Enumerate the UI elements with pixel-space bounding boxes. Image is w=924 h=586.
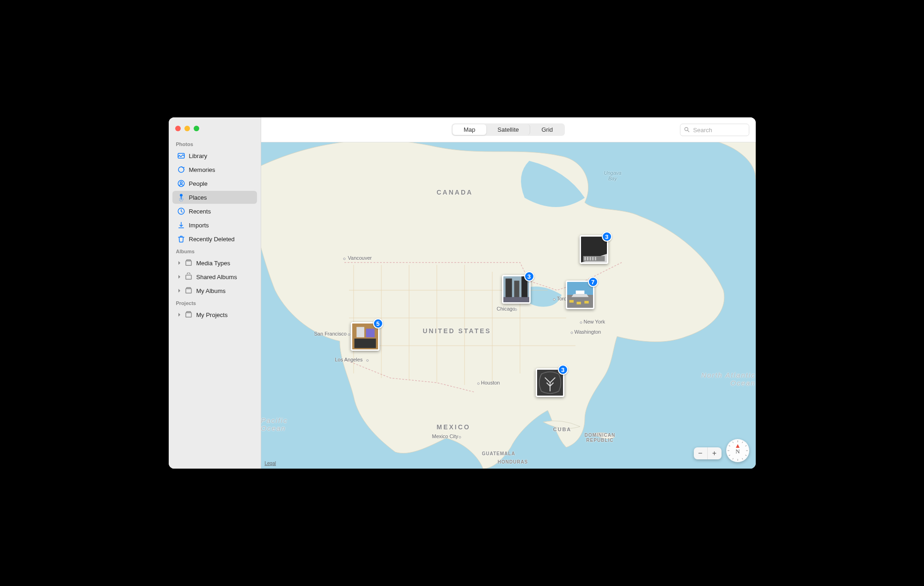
fullscreen-window-button[interactable] <box>194 126 199 131</box>
map-label-city: San Francisco <box>314 331 347 336</box>
city-dot <box>570 332 573 334</box>
sidebar-item-label: My Albums <box>196 287 226 294</box>
svg-line-45 <box>742 442 743 443</box>
search-input[interactable] <box>680 123 749 136</box>
map-label-ocean: North Atlantic Ocean <box>701 371 755 387</box>
photo-count-badge: 3 <box>602 232 612 242</box>
memories-icon <box>177 165 185 174</box>
chevron-right-icon <box>177 312 182 317</box>
svg-rect-21 <box>505 279 512 300</box>
photo-cluster-pin[interactable]: 5 <box>351 322 379 351</box>
map-label-country: MEXICO <box>437 423 471 431</box>
recents-icon <box>177 207 185 215</box>
photo-cluster-pin[interactable]: 7 <box>566 281 594 309</box>
sidebar-item-media-types[interactable]: Media Types <box>172 256 257 269</box>
map-label-ocean: Pacific Ocean <box>261 416 288 432</box>
svg-rect-9 <box>186 275 191 279</box>
svg-point-3 <box>180 182 182 184</box>
sidebar-item-places[interactable]: Places <box>172 191 257 204</box>
sidebar-item-recently-deleted[interactable]: Recently Deleted <box>172 232 257 245</box>
svg-rect-24 <box>503 297 529 302</box>
svg-marker-53 <box>736 444 740 448</box>
sidebar-item-my-projects[interactable]: My Projects <box>172 308 257 321</box>
folder-icon <box>184 259 193 267</box>
zoom-control: − + <box>694 447 722 459</box>
map-view[interactable]: CANADA UNITED STATES MEXICO CUBA DOMINIC… <box>261 142 756 469</box>
sidebar-item-my-albums[interactable]: My Albums <box>172 284 257 297</box>
svg-rect-28 <box>575 291 584 294</box>
sidebar-item-label: My Projects <box>196 311 228 318</box>
city-dot <box>366 360 368 362</box>
photo-cluster-pin[interactable]: 3 <box>502 275 531 304</box>
places-icon <box>177 193 185 201</box>
sidebar-section-header-albums: Albums <box>169 246 261 256</box>
map-label-country: CANADA <box>437 189 473 196</box>
map-label-country: UNITED STATES <box>423 327 491 335</box>
zoom-in-button[interactable]: + <box>708 447 722 459</box>
map-label-city: Los Angeles <box>335 357 363 362</box>
svg-line-52 <box>733 442 734 443</box>
svg-line-48 <box>742 458 743 459</box>
svg-line-49 <box>733 458 734 459</box>
compass-control[interactable]: N <box>726 439 749 462</box>
map-label-country: HONDURAS <box>498 459 528 464</box>
map-label-city: Washington <box>575 329 601 335</box>
photo-count-badge: 3 <box>524 271 534 281</box>
svg-rect-11 <box>186 287 190 288</box>
sidebar-item-library[interactable]: Library <box>172 149 257 162</box>
svg-rect-37 <box>589 257 591 260</box>
svg-rect-18 <box>356 327 364 337</box>
zoom-out-button[interactable]: − <box>694 447 708 459</box>
segment-map[interactable]: Map <box>453 124 486 135</box>
sidebar-item-label: Memories <box>189 166 215 173</box>
chevron-right-icon <box>177 275 182 279</box>
svg-rect-34 <box>583 256 605 261</box>
svg-rect-39 <box>594 257 596 260</box>
close-window-button[interactable] <box>175 126 181 131</box>
folder-icon <box>184 287 193 295</box>
minimize-window-button[interactable] <box>184 126 190 131</box>
app-window: Photos Library Memories People Places <box>169 117 756 469</box>
sidebar-item-label: Places <box>189 194 207 201</box>
map-legal-link[interactable]: Legal <box>265 461 276 466</box>
trash-icon <box>177 235 185 243</box>
view-mode-segmented-control: Map Satellite Grid <box>452 123 565 136</box>
segment-grid[interactable]: Grid <box>530 124 564 135</box>
map-label-country: CUBA <box>553 427 572 432</box>
photo-count-badge: 7 <box>588 277 598 287</box>
city-dot <box>477 383 479 385</box>
window-controls <box>169 122 261 139</box>
sidebar-item-label: Library <box>189 153 208 159</box>
sidebar-item-imports[interactable]: Imports <box>172 219 257 232</box>
city-dot <box>348 334 350 336</box>
sidebar: Photos Library Memories People Places <box>169 117 261 469</box>
svg-point-5 <box>180 194 182 196</box>
svg-line-50 <box>728 455 730 456</box>
photo-cluster-pin[interactable]: 3 <box>580 235 608 264</box>
svg-line-47 <box>745 455 747 456</box>
map-label-city: Torc <box>557 296 567 301</box>
sidebar-item-label: Media Types <box>196 260 230 267</box>
chevron-right-icon <box>177 288 182 293</box>
city-dot <box>553 299 555 301</box>
segment-satellite[interactable]: Satellite <box>486 124 530 135</box>
compass-north-label: N <box>735 448 740 455</box>
sidebar-item-memories[interactable]: Memories <box>172 163 257 176</box>
photo-count-badge: 3 <box>558 365 568 375</box>
svg-marker-27 <box>571 294 588 297</box>
svg-rect-10 <box>186 289 191 293</box>
map-label-city: Vancouver <box>348 255 372 261</box>
search-container <box>680 123 749 136</box>
svg-rect-19 <box>366 329 374 337</box>
map-label-city: Chicago <box>497 306 515 311</box>
sidebar-item-shared-albums[interactable]: Shared Albums <box>172 270 257 283</box>
sidebar-item-recents[interactable]: Recents <box>172 205 257 218</box>
photo-cluster-pin[interactable]: 3 <box>536 368 564 397</box>
city-dot <box>580 322 582 324</box>
sidebar-item-label: Imports <box>189 222 209 229</box>
map-label-city: New York <box>584 319 605 324</box>
library-icon <box>177 152 185 160</box>
sidebar-item-people[interactable]: People <box>172 177 257 190</box>
svg-line-51 <box>728 446 730 446</box>
map-label-city: Houston <box>481 380 500 385</box>
